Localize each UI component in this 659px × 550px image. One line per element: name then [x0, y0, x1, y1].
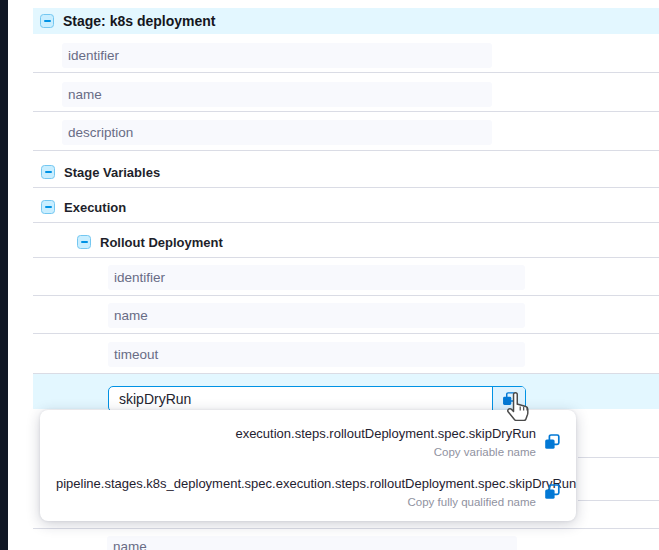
row-divider: [33, 257, 659, 258]
field-label: name: [68, 87, 102, 102]
copy-icon: [502, 392, 516, 406]
field-label: identifier: [68, 48, 119, 63]
copy-button[interactable]: [492, 387, 525, 411]
section-label: Stage Variables: [64, 165, 160, 180]
skipdryrun-input[interactable]: skipDryRun: [108, 386, 526, 412]
section-execution[interactable]: Execution: [33, 195, 659, 219]
variable-name-value: execution.steps.rolloutDeployment.spec.s…: [56, 426, 536, 441]
stage-header-row[interactable]: Stage: k8s deployment: [33, 8, 659, 34]
stage-name-field[interactable]: name: [62, 82, 492, 107]
row-divider: [33, 150, 659, 151]
copy-variable-name-item[interactable]: execution.steps.rolloutDeployment.spec.s…: [40, 420, 576, 464]
collapse-minus-icon[interactable]: [40, 14, 54, 28]
row-divider: [33, 528, 659, 529]
row-divider: [578, 500, 659, 501]
stage-description-field[interactable]: description: [62, 120, 492, 145]
field-label: timeout: [114, 347, 158, 362]
section-rollout-deployment[interactable]: Rollout Deployment: [33, 230, 659, 254]
bottom-name-field[interactable]: name: [107, 536, 517, 550]
stage-title: Stage: k8s deployment: [63, 13, 216, 29]
copy-icon[interactable]: [544, 434, 560, 450]
row-divider: [578, 457, 659, 458]
copy-variable-popover: execution.steps.rolloutDeployment.spec.s…: [40, 410, 576, 521]
row-divider: [33, 333, 659, 334]
section-label: Execution: [64, 200, 126, 215]
section-label: Rollout Deployment: [100, 235, 223, 250]
field-label: identifier: [114, 270, 165, 285]
fqn-value: pipeline.stages.k8s_deployment.spec.exec…: [56, 476, 536, 491]
row-divider: [33, 222, 659, 223]
section-stage-variables[interactable]: Stage Variables: [33, 160, 659, 184]
field-label: name: [113, 539, 147, 550]
collapse-minus-icon[interactable]: [77, 235, 91, 249]
row-divider: [33, 111, 659, 112]
copy-variable-name-caption: Copy variable name: [56, 446, 536, 458]
stage-identifier-field[interactable]: identifier: [62, 43, 492, 68]
row-divider: [33, 187, 659, 188]
collapse-minus-icon[interactable]: [41, 200, 55, 214]
step-identifier-field[interactable]: identifier: [108, 265, 525, 290]
step-timeout-field[interactable]: timeout: [108, 342, 525, 367]
row-divider: [33, 295, 659, 296]
variable-name-text[interactable]: skipDryRun: [109, 387, 492, 411]
row-divider: [33, 72, 659, 73]
copy-icon[interactable]: [544, 484, 560, 500]
collapse-minus-icon[interactable]: [41, 165, 55, 179]
copy-fqn-caption: Copy fully qualified name: [56, 496, 536, 508]
field-label: description: [68, 125, 133, 140]
field-label: name: [114, 308, 148, 323]
left-dark-panel-edge: [0, 0, 8, 550]
variables-panel: Stage: k8s deployment identifier name de…: [0, 0, 659, 550]
copy-fqn-item[interactable]: pipeline.stages.k8s_deployment.spec.exec…: [40, 470, 576, 514]
step-name-field[interactable]: name: [108, 303, 525, 328]
